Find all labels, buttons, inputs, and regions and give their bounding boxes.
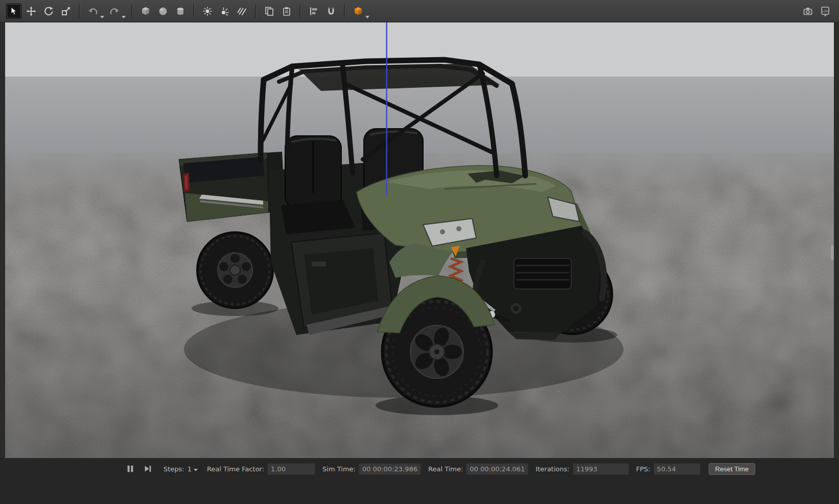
view-angle-button[interactable] xyxy=(351,4,366,19)
screenshot-button[interactable] xyxy=(800,4,815,19)
snap-magnet-icon xyxy=(326,6,336,16)
iterations-label: Iterations: xyxy=(535,465,569,473)
right-splitter-handle[interactable] xyxy=(831,246,834,260)
sim-time-value: 00 00:00:23.986 xyxy=(359,463,421,475)
data-logger-button[interactable]: LOG xyxy=(818,4,833,19)
toolbar-separator xyxy=(255,5,257,18)
log-icon: LOG xyxy=(820,6,830,16)
copy-button[interactable] xyxy=(262,4,277,19)
toolbar-separator xyxy=(344,5,345,18)
undo-dropdown-caret[interactable] xyxy=(100,16,104,18)
toolbar-separator xyxy=(299,5,301,18)
reset-time-button[interactable]: Reset Time xyxy=(709,463,756,475)
step-icon xyxy=(143,464,152,473)
left-splitter-handle[interactable] xyxy=(5,249,8,263)
step-button[interactable] xyxy=(141,463,154,475)
align-icon xyxy=(309,6,319,16)
real-time-label: Real Time: xyxy=(428,465,463,473)
sphere-icon xyxy=(158,6,168,16)
directional-light-button[interactable] xyxy=(235,4,250,19)
redo-dropdown-caret[interactable] xyxy=(122,16,126,18)
rear-left-wheel xyxy=(197,232,273,308)
insert-cylinder-button[interactable] xyxy=(173,4,188,19)
cylinder-icon xyxy=(175,6,185,16)
translate-tool-button[interactable] xyxy=(24,4,39,19)
select-tool-button[interactable] xyxy=(6,4,21,19)
iterations-value: 11993 xyxy=(573,463,629,475)
insert-box-button[interactable] xyxy=(138,4,153,19)
scale-icon xyxy=(61,6,71,16)
paste-button[interactable] xyxy=(279,4,294,19)
camera-icon xyxy=(803,6,813,16)
sim-time-label: Sim Time: xyxy=(322,465,356,473)
rotate-icon xyxy=(43,6,54,16)
simulation-statusbar: Steps: 1 Real Time Factor: 1.00 Sim Time… xyxy=(0,458,839,504)
translate-icon xyxy=(26,6,36,16)
rtf-value: 1.00 xyxy=(267,463,315,475)
fps-value: 50.54 xyxy=(654,463,701,475)
3d-viewport[interactable] xyxy=(5,22,834,458)
real-time-value: 00 00:00:24.061 xyxy=(466,463,528,475)
paste-icon xyxy=(282,6,292,16)
view-angle-dropdown-caret[interactable] xyxy=(365,16,369,18)
insert-sphere-button[interactable] xyxy=(155,4,171,19)
spot-light-button[interactable] xyxy=(217,4,232,19)
main-toolbar: LOG xyxy=(0,0,839,22)
scene-render xyxy=(5,22,834,458)
rtf-label: Real Time Factor: xyxy=(207,465,264,473)
redo-button[interactable] xyxy=(107,4,122,19)
scale-tool-button[interactable] xyxy=(58,4,74,19)
select-icon xyxy=(9,6,19,16)
gazebo-window: LOG xyxy=(0,0,839,504)
spot-light-icon xyxy=(220,6,230,16)
steps-value[interactable]: 1 xyxy=(188,465,192,473)
snap-button[interactable] xyxy=(323,4,339,19)
pause-icon xyxy=(126,464,135,473)
fps-label: FPS: xyxy=(636,465,650,473)
pause-button[interactable] xyxy=(124,463,137,475)
toolbar-separator xyxy=(79,5,80,18)
steps-label: Steps: xyxy=(164,465,184,473)
svg-text:LOG: LOG xyxy=(822,9,829,12)
point-light-icon xyxy=(202,6,213,16)
align-button[interactable] xyxy=(306,4,321,19)
toolbar-separator xyxy=(131,5,133,18)
steps-dropdown-caret[interactable] xyxy=(194,469,198,471)
point-light-button[interactable] xyxy=(200,4,215,19)
toolbar-separator xyxy=(193,5,195,18)
redo-icon xyxy=(109,6,120,16)
rotate-tool-button[interactable] xyxy=(41,4,56,19)
copy-icon xyxy=(264,6,274,16)
box-icon xyxy=(141,6,151,16)
directional-light-icon xyxy=(237,6,247,16)
z-axis-line xyxy=(386,22,388,195)
undo-icon xyxy=(88,6,98,16)
view-angle-cube-icon xyxy=(353,6,363,16)
playback-controls: Steps: 1 Real Time Factor: 1.00 Sim Time… xyxy=(122,461,839,476)
undo-button[interactable] xyxy=(85,4,101,19)
